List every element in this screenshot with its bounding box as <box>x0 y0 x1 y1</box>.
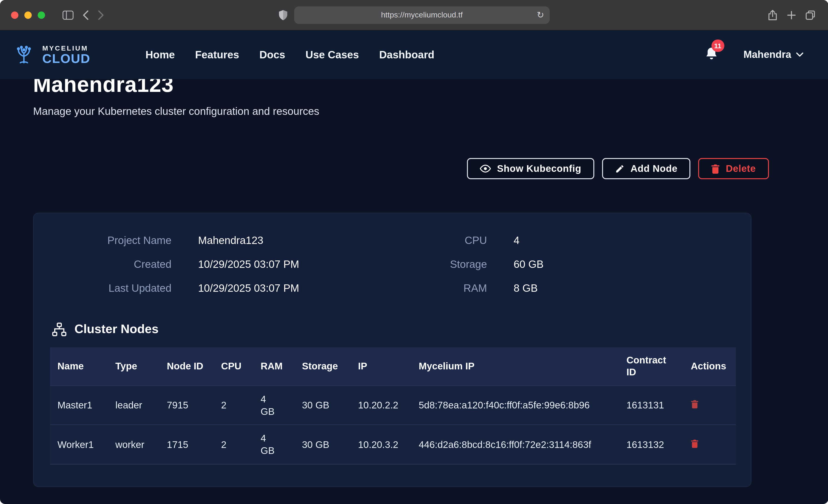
delete-node-button[interactable] <box>691 439 699 448</box>
traffic-lights <box>11 11 45 18</box>
detail-label: Created <box>34 258 171 270</box>
add-node-button[interactable]: Add Node <box>602 158 690 179</box>
cell-ip: 10.20.2.2 <box>351 385 411 425</box>
trash-icon <box>691 400 699 409</box>
address-zone: https://myceliumcloud.tf ↻ <box>279 6 550 24</box>
sitemap-icon <box>52 322 67 336</box>
nodes-table-wrap: Name Type Node ID CPU RAM Storage IP Myc… <box>50 347 735 464</box>
cell-name: Master1 <box>50 385 108 425</box>
chrome-right-controls <box>763 9 820 20</box>
show-kubeconfig-button[interactable]: Show Kubeconfig <box>467 158 594 179</box>
page-content: Mahendra123 Manage your Kubernetes clust… <box>0 72 828 487</box>
nav-link-dashboard[interactable]: Dashboard <box>379 48 434 61</box>
col-header-name: Name <box>50 347 108 385</box>
sidebar-toggle-icon[interactable] <box>63 10 74 19</box>
forward-button-icon[interactable] <box>98 10 104 20</box>
cell-ram: 4 GB <box>253 385 295 425</box>
pencil-icon <box>615 164 624 173</box>
delete-label: Delete <box>726 163 756 174</box>
tab-overview-icon[interactable] <box>805 10 815 20</box>
scale-wrapper: https://myceliumcloud.tf ↻ <box>0 0 828 504</box>
cell-name: Worker1 <box>50 425 108 464</box>
col-header-contract-id: Contract ID <box>619 347 684 385</box>
detail-label: CPU <box>381 234 487 247</box>
delete-node-button[interactable] <box>691 400 699 409</box>
table-header-row: Name Type Node ID CPU RAM Storage IP Myc… <box>50 347 736 385</box>
url-field[interactable]: https://myceliumcloud.tf ↻ <box>294 6 550 24</box>
brand-logo[interactable]: MYCELIUM CLOUD <box>12 44 90 66</box>
cell-mycelium-ip: 446:d2a6:8bcd:8c16:ff0f:72e2:3114:863f <box>411 425 619 464</box>
reload-icon[interactable]: ↻ <box>537 10 544 20</box>
trash-icon <box>691 439 699 448</box>
cluster-nodes-title: Cluster Nodes <box>75 322 159 336</box>
add-node-label: Add Node <box>630 163 677 174</box>
table-row: Master1 leader 7915 2 4 GB 30 GB 10.20.2… <box>50 385 736 425</box>
privacy-shield-icon[interactable] <box>279 9 288 20</box>
col-header-node-id: Node ID <box>160 347 214 385</box>
detail-value: 60 GB <box>513 258 729 270</box>
cluster-nodes-heading: Cluster Nodes <box>52 322 751 336</box>
cell-ip: 10.20.3.2 <box>351 425 411 464</box>
user-menu[interactable]: Mahendra <box>743 49 803 60</box>
project-details-left: Project Name Mahendra123 Created 10/29/2… <box>34 234 381 294</box>
cell-actions <box>684 425 736 464</box>
url-text: https://myceliumcloud.tf <box>381 10 463 19</box>
project-details-right: CPU 4 Storage 60 GB RAM 8 GB <box>381 234 729 294</box>
cell-node-id: 1715 <box>160 425 214 464</box>
back-button-icon[interactable] <box>83 10 89 20</box>
notifications-button[interactable]: 11 <box>705 47 718 62</box>
minimize-window-button[interactable] <box>24 11 32 18</box>
chevron-down-icon <box>796 52 803 57</box>
mycelium-logo-icon <box>12 44 36 66</box>
brand-bottom-text: CLOUD <box>42 52 90 65</box>
user-name: Mahendra <box>743 49 791 60</box>
cluster-actions-row: Show Kubeconfig Add Node Delete <box>33 158 795 179</box>
zoom-window-button[interactable] <box>38 11 45 18</box>
detail-value: 10/29/2025 03:07 PM <box>198 258 381 270</box>
cell-type: worker <box>108 425 160 464</box>
page-subtitle: Manage your Kubernetes cluster configura… <box>33 105 795 118</box>
cell-actions <box>684 385 736 425</box>
detail-value: 8 GB <box>513 282 729 294</box>
cell-node-id: 7915 <box>160 385 214 425</box>
table-row: Worker1 worker 1715 2 4 GB 30 GB 10.20.3… <box>50 425 736 464</box>
col-header-storage: Storage <box>295 347 351 385</box>
show-kubeconfig-label: Show Kubeconfig <box>497 163 581 174</box>
cell-contract-id: 1613132 <box>619 425 684 464</box>
nav-link-docs[interactable]: Docs <box>259 48 285 61</box>
detail-label: Project Name <box>34 234 171 247</box>
cell-ram: 4 GB <box>253 425 295 464</box>
cell-mycelium-ip: 5d8:78ea:a120:f40c:ff0f:a5fe:99e6:8b96 <box>411 385 619 425</box>
close-window-button[interactable] <box>11 11 18 18</box>
col-header-ram: RAM <box>253 347 295 385</box>
brand-wordmark: MYCELIUM CLOUD <box>42 44 90 65</box>
nav-links: Home Features Docs Use Cases Dashboard <box>146 48 434 61</box>
share-icon[interactable] <box>767 9 778 20</box>
detail-value: 10/29/2025 03:07 PM <box>198 282 381 294</box>
col-header-cpu: CPU <box>214 347 253 385</box>
col-header-mycelium-ip: Mycelium IP <box>411 347 619 385</box>
cell-type: leader <box>108 385 160 425</box>
ram-value: 4 GB <box>261 392 276 418</box>
delete-cluster-button[interactable]: Delete <box>698 158 769 179</box>
nav-link-use-cases[interactable]: Use Cases <box>305 48 359 61</box>
cell-cpu: 2 <box>214 385 253 425</box>
browser-chrome: https://myceliumcloud.tf ↻ <box>0 0 828 30</box>
notification-badge: 11 <box>711 40 724 52</box>
detail-label: Last Updated <box>34 282 171 294</box>
col-header-type: Type <box>108 347 160 385</box>
col-header-actions: Actions <box>684 347 736 385</box>
new-tab-icon[interactable] <box>787 10 796 19</box>
col-header-ip: IP <box>351 347 411 385</box>
cell-storage: 30 GB <box>295 385 351 425</box>
site-navbar: MYCELIUM CLOUD Home Features Docs Use Ca… <box>0 30 828 79</box>
nav-link-features[interactable]: Features <box>195 48 239 61</box>
eye-icon <box>480 165 491 173</box>
detail-label: RAM <box>381 282 487 294</box>
nav-link-home[interactable]: Home <box>146 48 175 61</box>
brand-top-text: MYCELIUM <box>42 44 90 51</box>
ram-value: 4 GB <box>261 432 276 457</box>
cell-contract-id: 1613131 <box>619 385 684 425</box>
browser-window: https://myceliumcloud.tf ↻ <box>0 0 828 504</box>
detail-label: Storage <box>381 258 487 270</box>
